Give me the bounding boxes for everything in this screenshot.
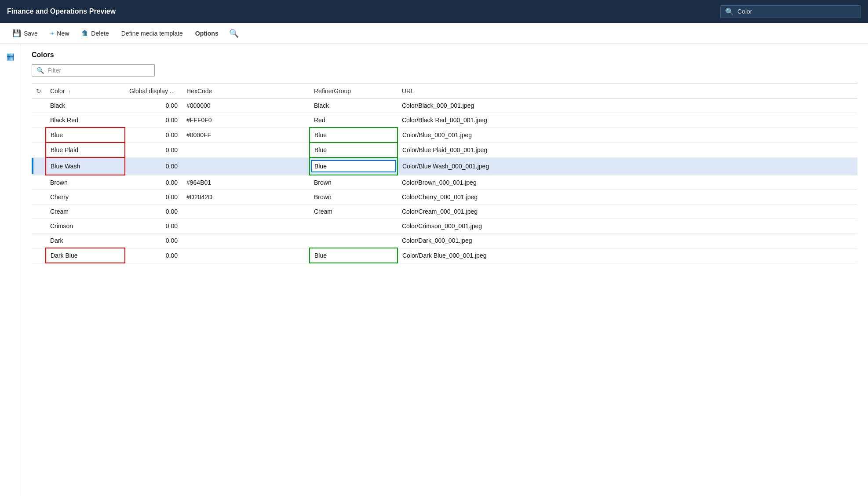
table-row[interactable]: Crimson0.00Color/Crimson_000_001.jpeg xyxy=(32,219,857,233)
save-icon: 💾 xyxy=(12,29,21,37)
url-cell: Color/Cream_000_001.jpeg xyxy=(398,204,857,219)
table-row[interactable]: Dark Blue0.00BlueColor/Dark Blue_000_001… xyxy=(32,248,857,263)
global-display-cell: 0.00 xyxy=(125,219,182,233)
color-cell: Cherry xyxy=(46,190,125,204)
refresh-header[interactable]: ↻ xyxy=(32,84,46,98)
refiner-group-edit-input[interactable] xyxy=(311,160,396,172)
row-indicator-cell xyxy=(32,128,46,142)
hexcode-cell: #D2042D xyxy=(182,190,310,204)
global-search-box[interactable]: 🔍 xyxy=(720,5,861,18)
refiner-group-cell[interactable]: Blue xyxy=(310,248,398,263)
url-cell: Color/Brown_000_001.jpeg xyxy=(398,175,857,190)
refiner-column-header[interactable]: RefinerGroup xyxy=(310,84,398,98)
delete-label: Delete xyxy=(91,30,109,37)
row-indicator-cell xyxy=(32,248,46,263)
save-label: Save xyxy=(24,30,38,37)
row-indicator-cell xyxy=(32,157,46,175)
refiner-group-cell[interactable] xyxy=(310,233,398,248)
toolbar: 💾 Save + New 🗑 Delete Define media templ… xyxy=(0,23,868,44)
refresh-icon[interactable]: ↻ xyxy=(36,88,41,95)
filter-input[interactable] xyxy=(47,67,150,74)
app-title: Finance and Operations Preview xyxy=(7,7,711,15)
hexcode-cell: #964B01 xyxy=(182,175,310,190)
table-row[interactable]: Cream0.00CreamColor/Cream_000_001.jpeg xyxy=(32,204,857,219)
url-cell: Color/Blue Wash_000_001.jpeg xyxy=(398,157,857,175)
refiner-group-cell[interactable]: Blue xyxy=(310,128,398,142)
global-display-cell: 0.00 xyxy=(125,248,182,263)
color-column-header[interactable]: Color ↑ xyxy=(46,84,125,98)
global-display-cell: 0.00 xyxy=(125,113,182,128)
color-cell: Dark Blue xyxy=(46,248,125,263)
url-cell: Color/Dark_000_001.jpeg xyxy=(398,233,857,248)
delete-button[interactable]: 🗑 Delete xyxy=(76,27,114,40)
refiner-group-cell[interactable]: Cream xyxy=(310,204,398,219)
global-display-cell: 0.00 xyxy=(125,233,182,248)
top-bar: Finance and Operations Preview 🔍 xyxy=(0,0,868,23)
color-cell: Blue Plaid xyxy=(46,142,125,157)
color-cell: Black Red xyxy=(46,113,125,128)
define-media-button[interactable]: Define media template xyxy=(116,27,188,40)
global-display-cell: 0.00 xyxy=(125,175,182,190)
hexcode-column-header[interactable]: HexCode xyxy=(182,84,310,98)
row-indicator-cell xyxy=(32,98,46,113)
global-display-cell: 0.00 xyxy=(125,157,182,175)
refiner-group-cell[interactable]: Blue xyxy=(310,142,398,157)
delete-icon: 🗑 xyxy=(81,29,88,37)
options-label: Options xyxy=(195,30,219,37)
hexcode-cell xyxy=(182,219,310,233)
hexcode-cell: #000000 xyxy=(182,98,310,113)
url-cell: Color/Blue_000_001.jpeg xyxy=(398,128,857,142)
row-indicator-cell xyxy=(32,113,46,128)
url-cell: Color/Black Red_000_001.jpeg xyxy=(398,113,857,128)
global-display-cell: 0.00 xyxy=(125,98,182,113)
color-cell: Crimson xyxy=(46,219,125,233)
table-row[interactable]: Dark0.00Color/Dark_000_001.jpeg xyxy=(32,233,857,248)
global-display-column-header[interactable]: Global display ... xyxy=(125,84,182,98)
filter-input-wrap[interactable]: 🔍 xyxy=(32,64,155,77)
hexcode-cell xyxy=(182,204,310,219)
table-row[interactable]: Black0.00#000000BlackColor/Black_000_001… xyxy=(32,98,857,113)
define-media-label: Define media template xyxy=(121,30,183,37)
hexcode-cell xyxy=(182,248,310,263)
sort-arrow-icon: ↑ xyxy=(68,89,71,94)
table-row[interactable]: Brown0.00#964B01BrownColor/Brown_000_001… xyxy=(32,175,857,190)
filter-icon[interactable]: ▦ xyxy=(6,51,15,496)
refiner-group-cell[interactable]: Red xyxy=(310,113,398,128)
refiner-group-cell[interactable] xyxy=(310,219,398,233)
refiner-group-cell[interactable]: Black xyxy=(310,98,398,113)
global-display-cell: 0.00 xyxy=(125,142,182,157)
url-column-header[interactable]: URL xyxy=(398,84,857,98)
refiner-group-cell[interactable] xyxy=(310,157,398,175)
table-row[interactable]: Black Red0.00#FFF0F0RedColor/Black Red_0… xyxy=(32,113,857,128)
row-indicator-cell xyxy=(32,204,46,219)
options-button[interactable]: Options xyxy=(190,27,224,40)
search-icon: 🔍 xyxy=(725,7,734,16)
color-cell: Black xyxy=(46,98,125,113)
save-button[interactable]: 💾 Save xyxy=(7,26,43,40)
url-cell: Color/Dark Blue_000_001.jpeg xyxy=(398,248,857,263)
color-cell: Cream xyxy=(46,204,125,219)
table-row[interactable]: Cherry0.00#D2042DBrownColor/Cherry_000_0… xyxy=(32,190,857,204)
section-title: Colors xyxy=(32,51,857,59)
hexcode-cell xyxy=(182,142,310,157)
content-area: Colors 🔍 ↻ Color ↑ Global display ... xyxy=(21,44,868,496)
color-cell: Dark xyxy=(46,233,125,248)
color-cell: Brown xyxy=(46,175,125,190)
table-row[interactable]: Blue Plaid0.00BlueColor/Blue Plaid_000_0… xyxy=(32,142,857,157)
hexcode-cell xyxy=(182,157,310,175)
row-indicator-cell xyxy=(32,142,46,157)
refiner-group-cell[interactable]: Brown xyxy=(310,190,398,204)
colors-table: ↻ Color ↑ Global display ... HexCode Ref… xyxy=(32,84,857,263)
global-search-input[interactable] xyxy=(737,8,856,15)
url-cell: Color/Black_000_001.jpeg xyxy=(398,98,857,113)
hexcode-cell: #FFF0F0 xyxy=(182,113,310,128)
new-button[interactable]: + New xyxy=(45,27,74,40)
url-cell: Color/Blue Plaid_000_001.jpeg xyxy=(398,142,857,157)
refiner-group-cell[interactable]: Brown xyxy=(310,175,398,190)
table-row[interactable]: Blue0.00#0000FFBlueColor/Blue_000_001.jp… xyxy=(32,128,857,142)
toolbar-search-icon[interactable]: 🔍 xyxy=(226,27,242,40)
url-cell: Color/Cherry_000_001.jpeg xyxy=(398,190,857,204)
filter-search-icon: 🔍 xyxy=(36,67,44,74)
global-display-cell: 0.00 xyxy=(125,190,182,204)
table-row[interactable]: Blue Wash0.00Color/Blue Wash_000_001.jpe… xyxy=(32,157,857,175)
